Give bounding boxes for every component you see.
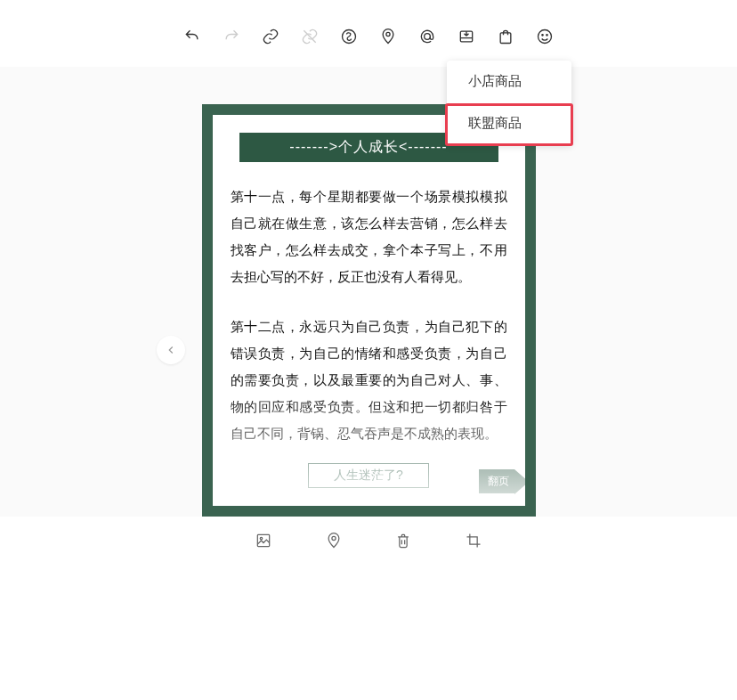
top-toolbar (0, 0, 737, 62)
svg-point-2 (425, 34, 431, 40)
shop-icon[interactable] (496, 27, 515, 46)
link-icon[interactable] (261, 27, 280, 46)
redo-icon (222, 27, 241, 46)
confused-button[interactable]: 人生迷茫了? (308, 463, 429, 488)
card-content: 第十一点，每个星期都要做一个场景模拟模拟自己就在做生意，该怎么样去营销，怎么样去… (231, 183, 507, 447)
undo-icon[interactable] (182, 27, 202, 46)
unlink-icon (300, 27, 320, 46)
svg-point-6 (542, 35, 543, 36)
svg-point-9 (260, 537, 263, 540)
prev-button[interactable] (157, 336, 185, 364)
emoji-icon[interactable] (535, 27, 555, 46)
svg-point-5 (539, 30, 552, 44)
paragraph-1: 第十一点，每个星期都要做一个场景模拟模拟自己就在做生意，该怎么样去营销，怎么样去… (231, 183, 507, 290)
flip-label: 翻页 (488, 474, 509, 489)
crop-icon[interactable] (464, 531, 483, 550)
svg-rect-4 (500, 33, 511, 44)
bottom-toolbar (202, 517, 536, 559)
preview-area: ------->个人成长<------- 第十一点，每个星期都要做一个场景模拟模… (0, 77, 737, 517)
location-bottom-icon[interactable] (324, 531, 344, 550)
mention-icon[interactable] (417, 27, 437, 46)
svg-point-7 (547, 35, 547, 36)
title-text: 个人成长 (338, 139, 399, 154)
flip-page-button[interactable]: 翻页 (479, 469, 514, 493)
inbox-icon[interactable] (457, 27, 476, 46)
title-prefix: -------> (289, 139, 338, 154)
paragraph-2: 第十二点，永远只为自己负责，为自己犯下的错误负责，为自己的情绪和感受负责，为自己… (231, 313, 507, 447)
shop-dropdown: 小店商品 联盟商品 (447, 61, 571, 144)
miniprogram-icon[interactable] (339, 27, 359, 46)
image-icon[interactable] (254, 531, 273, 550)
dropdown-item-shop-product[interactable]: 小店商品 (447, 61, 571, 102)
content-card: ------->个人成长<------- 第十一点，每个星期都要做一个场景模拟模… (202, 104, 536, 517)
svg-point-1 (386, 32, 390, 36)
card-inner: ------->个人成长<------- 第十一点，每个星期都要做一个场景模拟模… (213, 115, 525, 506)
section-divider (0, 67, 737, 77)
title-suffix: <------- (399, 139, 448, 154)
delete-icon[interactable] (393, 531, 413, 550)
dropdown-item-alliance-product[interactable]: 联盟商品 (447, 102, 571, 144)
location-icon[interactable] (378, 27, 398, 46)
svg-point-10 (332, 536, 336, 540)
